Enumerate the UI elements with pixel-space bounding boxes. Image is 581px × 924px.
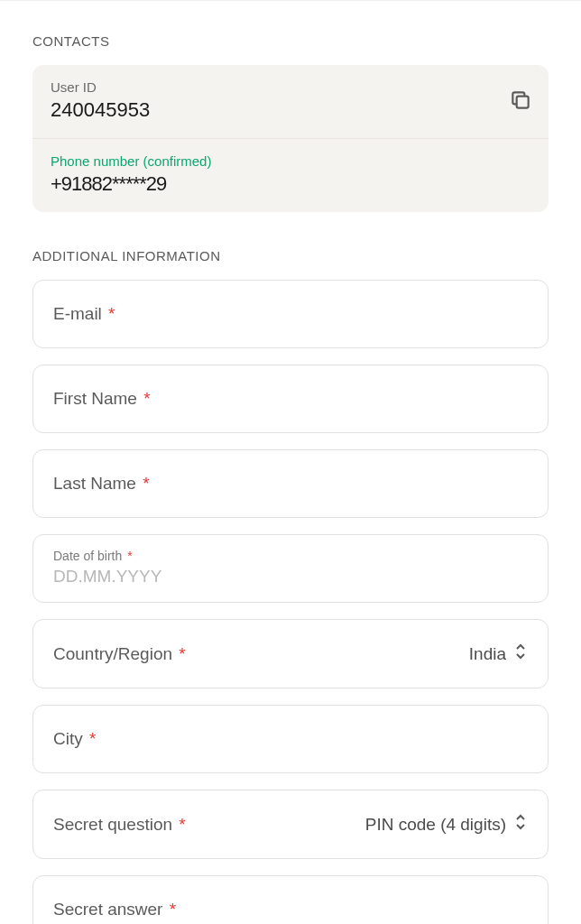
user-id-label: User ID bbox=[51, 79, 530, 95]
city-field[interactable]: City * bbox=[32, 705, 549, 773]
contacts-section-title: CONTACTS bbox=[32, 33, 549, 49]
dob-field[interactable]: Date of birth * DD.MM.YYYY bbox=[32, 534, 549, 603]
secret-question-value: PIN code (4 digits) bbox=[365, 814, 528, 835]
country-field[interactable]: Country/Region * India bbox=[32, 619, 549, 688]
user-id-value: 240045953 bbox=[51, 98, 530, 122]
required-asterisk: * bbox=[174, 644, 186, 663]
svg-rect-0 bbox=[517, 96, 529, 107]
secret-answer-label: Secret answer * bbox=[53, 900, 176, 919]
country-label: Country/Region * bbox=[53, 644, 186, 664]
phone-label: Phone number (confirmed) bbox=[51, 153, 530, 169]
email-field[interactable]: E-mail * bbox=[32, 280, 549, 348]
phone-row: Phone number (confirmed) +91882*****29 bbox=[32, 138, 549, 212]
required-asterisk: * bbox=[138, 474, 150, 493]
required-asterisk: * bbox=[139, 389, 151, 408]
additional-section-title: ADDITIONAL INFORMATION bbox=[32, 248, 549, 263]
last-name-label: Last Name * bbox=[53, 474, 150, 494]
city-label: City * bbox=[53, 729, 96, 749]
country-value: India bbox=[469, 643, 528, 664]
first-name-field[interactable]: First Name * bbox=[32, 365, 549, 433]
dob-placeholder: DD.MM.YYYY bbox=[53, 567, 161, 587]
chevron-updown-icon bbox=[513, 643, 528, 664]
phone-value: +91882*****29 bbox=[51, 172, 530, 196]
secret-answer-field[interactable]: Secret answer * bbox=[32, 875, 549, 924]
secret-question-label: Secret question * bbox=[53, 815, 186, 835]
required-asterisk: * bbox=[104, 304, 115, 323]
secret-question-field[interactable]: Secret question * PIN code (4 digits) bbox=[32, 790, 549, 859]
contacts-card: User ID 240045953 Phone number (confirme… bbox=[32, 65, 549, 212]
required-asterisk: * bbox=[174, 815, 186, 834]
email-label: E-mail * bbox=[53, 304, 115, 324]
chevron-updown-icon bbox=[513, 814, 528, 835]
required-asterisk: * bbox=[85, 729, 97, 748]
user-id-row: User ID 240045953 bbox=[32, 65, 549, 138]
dob-label: Date of birth * bbox=[53, 549, 133, 563]
first-name-label: First Name * bbox=[53, 389, 151, 409]
copy-icon[interactable] bbox=[509, 88, 532, 116]
last-name-field[interactable]: Last Name * bbox=[32, 449, 549, 518]
required-asterisk: * bbox=[124, 549, 132, 563]
required-asterisk: * bbox=[164, 900, 176, 919]
